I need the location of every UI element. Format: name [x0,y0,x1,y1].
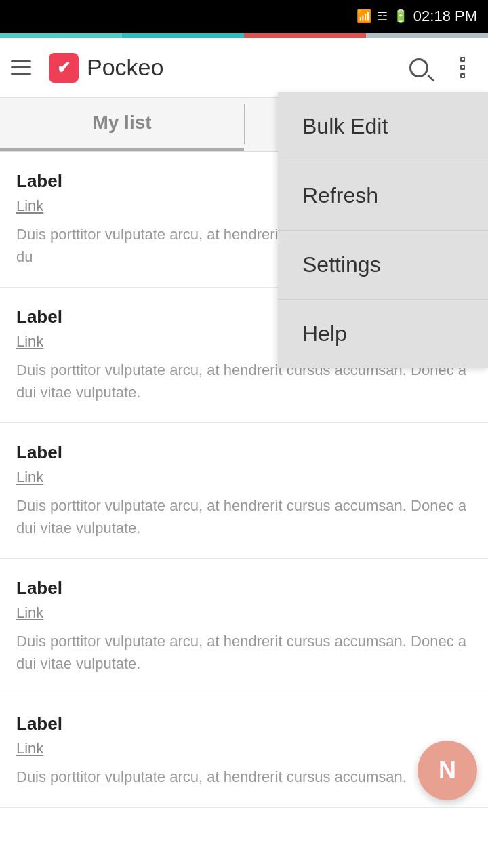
item-link-2[interactable]: Link [16,469,472,486]
menu-dot-2 [460,65,465,70]
menu-dot-1 [460,57,465,62]
dropdown-item-help[interactable]: Help [278,300,488,368]
pocket-logo: ✔ [49,53,79,83]
hamburger-line-3 [11,73,31,75]
dropdown-item-settings[interactable]: Settings [278,231,488,300]
item-label-3: Label [16,578,472,599]
color-bar-seg1 [0,33,122,38]
item-description-2: Duis porttitor vulputate arcu, at hendre… [16,494,472,539]
list-item[interactable]: Label Link Duis porttitor vulputate arcu… [0,423,488,559]
pocket-logo-icon: ✔ [57,58,70,77]
hamburger-line-1 [11,60,31,62]
tab-divider [244,104,245,144]
hamburger-line-2 [11,66,31,68]
item-label-4: Label [16,713,472,734]
list-item[interactable]: Label Link Duis porttitor vulputate arcu… [0,559,488,694]
item-label-2: Label [16,442,472,463]
item-description-4: Duis porttitor vulputate arcu, at hendre… [16,766,472,788]
fab-button[interactable]: N [418,741,477,800]
tab-my-list[interactable]: My list [0,98,244,151]
color-bar-seg2 [122,33,244,38]
status-bar: 📶 ☲ 🔋 02:18 PM [0,0,488,33]
header-actions [404,53,477,83]
color-bar [0,33,488,38]
item-link-3[interactable]: Link [16,604,472,622]
app-header: ✔ Pockeo [0,38,488,98]
search-button[interactable] [404,53,434,83]
menu-dot-3 [460,73,465,78]
list-item[interactable]: Label Link Duis porttitor vulputate arcu… [0,694,488,808]
item-description-3: Duis porttitor vulputate arcu, at hendre… [16,630,472,675]
dropdown-item-bulk-edit[interactable]: Bulk Edit [278,92,488,161]
dropdown-item-refresh[interactable]: Refresh [278,161,488,231]
hamburger-menu-button[interactable] [11,53,41,83]
more-options-button[interactable] [447,53,477,83]
color-bar-seg3 [244,33,366,38]
search-icon [409,58,428,77]
dropdown-menu: Bulk EditRefreshSettingsHelp [278,92,488,368]
color-bar-seg4 [366,33,488,38]
battery-icon: 🔋 [393,9,408,24]
app-title: Pockeo [87,54,404,81]
tab-my-list-label: My list [92,112,151,134]
fab-label: N [439,756,456,785]
status-icons: 📶 ☲ 🔋 02:18 PM [357,7,477,25]
signal-icon: ☲ [377,9,388,24]
status-time: 02:18 PM [413,7,477,25]
item-link-4[interactable]: Link [16,740,472,757]
wifi-icon: 📶 [357,9,371,24]
